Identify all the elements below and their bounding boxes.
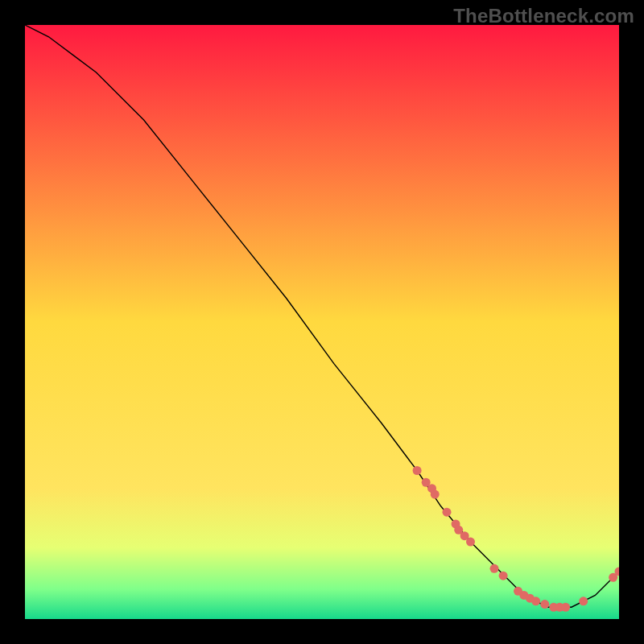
data-marker — [579, 597, 588, 605]
watermark-label: TheBottleneck.com — [453, 5, 634, 27]
data-marker — [490, 564, 499, 573]
data-marker — [413, 466, 422, 475]
data-marker — [531, 597, 540, 605]
data-marker — [561, 603, 570, 612]
data-marker — [466, 538, 475, 547]
data-marker — [540, 600, 549, 609]
data-marker — [442, 508, 451, 517]
data-marker — [499, 572, 508, 580]
data-marker — [431, 490, 440, 499]
chart-plot-area — [25, 25, 619, 619]
chart-svg — [25, 25, 619, 619]
chart-background — [25, 25, 619, 619]
